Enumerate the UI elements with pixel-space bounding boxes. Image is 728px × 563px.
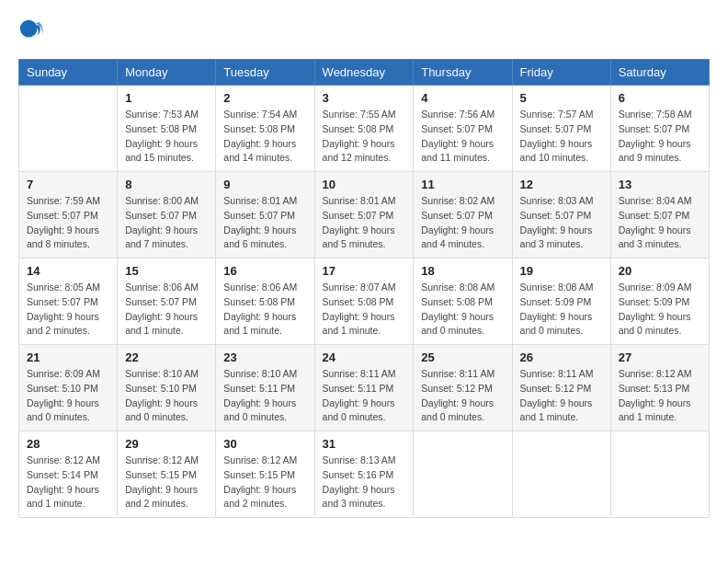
calendar-cell: 28Sunrise: 8:12 AMSunset: 5:14 PMDayligh…	[19, 431, 118, 518]
day-number: 13	[619, 178, 701, 191]
day-number: 7	[27, 178, 109, 191]
calendar-cell: 15Sunrise: 8:06 AMSunset: 5:07 PMDayligh…	[118, 259, 216, 345]
day-number: 4	[421, 91, 504, 105]
calendar-cell: 17Sunrise: 8:07 AMSunset: 5:08 PMDayligh…	[314, 259, 414, 345]
calendar-week-2: 7Sunrise: 7:59 AMSunset: 5:07 PMDaylight…	[19, 172, 710, 259]
day-info: Sunrise: 8:11 AMSunset: 5:12 PMDaylight:…	[421, 367, 504, 425]
column-header-monday: Monday	[118, 60, 216, 86]
calendar-cell: 14Sunrise: 8:05 AMSunset: 5:07 PMDayligh…	[19, 259, 118, 345]
calendar-cell: 3Sunrise: 7:55 AMSunset: 5:08 PMDaylight…	[314, 86, 414, 172]
day-number: 29	[125, 437, 208, 451]
calendar-cell: 20Sunrise: 8:09 AMSunset: 5:09 PMDayligh…	[610, 259, 709, 345]
day-info: Sunrise: 8:04 AMSunset: 5:07 PMDaylight:…	[619, 194, 701, 252]
calendar-cell: 24Sunrise: 8:11 AMSunset: 5:11 PMDayligh…	[314, 345, 414, 431]
calendar-cell: 31Sunrise: 8:13 AMSunset: 5:16 PMDayligh…	[314, 431, 414, 518]
day-info: Sunrise: 7:54 AMSunset: 5:08 PMDaylight:…	[223, 108, 306, 166]
calendar-header-row: SundayMondayTuesdayWednesdayThursdayFrid…	[19, 60, 710, 86]
day-info: Sunrise: 8:05 AMSunset: 5:07 PMDaylight:…	[27, 281, 109, 339]
calendar-cell: 21Sunrise: 8:09 AMSunset: 5:10 PMDayligh…	[19, 345, 118, 431]
day-info: Sunrise: 8:03 AMSunset: 5:07 PMDaylight:…	[520, 194, 603, 252]
day-info: Sunrise: 8:11 AMSunset: 5:12 PMDaylight:…	[520, 367, 603, 425]
calendar-cell: 9Sunrise: 8:01 AMSunset: 5:07 PMDaylight…	[216, 172, 314, 259]
day-number: 3	[323, 91, 406, 105]
page-header	[18, 18, 710, 44]
day-number: 21	[27, 350, 109, 364]
calendar-cell: 4Sunrise: 7:56 AMSunset: 5:07 PMDaylight…	[414, 86, 512, 172]
logo	[18, 18, 48, 44]
column-header-friday: Friday	[512, 60, 610, 86]
day-info: Sunrise: 7:55 AMSunset: 5:08 PMDaylight:…	[323, 108, 406, 166]
day-info: Sunrise: 8:06 AMSunset: 5:08 PMDaylight:…	[223, 281, 306, 339]
day-number: 8	[125, 178, 208, 191]
day-info: Sunrise: 8:07 AMSunset: 5:08 PMDaylight:…	[323, 281, 406, 339]
day-info: Sunrise: 8:12 AMSunset: 5:15 PMDaylight:…	[125, 454, 208, 511]
calendar-cell: 11Sunrise: 8:02 AMSunset: 5:07 PMDayligh…	[414, 172, 512, 259]
calendar-cell: 6Sunrise: 7:58 AMSunset: 5:07 PMDaylight…	[610, 86, 709, 172]
day-info: Sunrise: 8:01 AMSunset: 5:07 PMDaylight:…	[323, 194, 406, 252]
day-info: Sunrise: 8:10 AMSunset: 5:10 PMDaylight:…	[125, 367, 208, 425]
day-number: 14	[27, 264, 109, 278]
day-number: 16	[223, 264, 306, 278]
logo-icon	[18, 18, 44, 44]
calendar-cell: 26Sunrise: 8:11 AMSunset: 5:12 PMDayligh…	[512, 345, 610, 431]
day-info: Sunrise: 8:06 AMSunset: 5:07 PMDaylight:…	[125, 281, 208, 339]
day-number: 30	[223, 437, 306, 451]
day-info: Sunrise: 8:12 AMSunset: 5:13 PMDaylight:…	[619, 367, 701, 425]
day-number: 11	[421, 178, 504, 191]
day-info: Sunrise: 7:59 AMSunset: 5:07 PMDaylight:…	[27, 194, 109, 252]
column-header-tuesday: Tuesday	[216, 60, 314, 86]
day-number: 27	[619, 350, 701, 364]
calendar-cell: 8Sunrise: 8:00 AMSunset: 5:07 PMDaylight…	[118, 172, 216, 259]
day-number: 22	[125, 350, 208, 364]
day-number: 24	[323, 350, 406, 364]
day-number: 18	[421, 264, 504, 278]
day-info: Sunrise: 8:02 AMSunset: 5:07 PMDaylight:…	[421, 194, 504, 252]
calendar-cell: 7Sunrise: 7:59 AMSunset: 5:07 PMDaylight…	[19, 172, 118, 259]
svg-point-0	[20, 20, 38, 38]
day-info: Sunrise: 8:09 AMSunset: 5:09 PMDaylight:…	[619, 281, 701, 339]
calendar-cell: 30Sunrise: 8:12 AMSunset: 5:15 PMDayligh…	[216, 431, 314, 518]
day-number: 15	[125, 264, 208, 278]
day-info: Sunrise: 8:00 AMSunset: 5:07 PMDaylight:…	[125, 194, 208, 252]
day-number: 20	[619, 264, 701, 278]
calendar-week-3: 14Sunrise: 8:05 AMSunset: 5:07 PMDayligh…	[19, 259, 710, 345]
day-info: Sunrise: 8:12 AMSunset: 5:15 PMDaylight:…	[223, 454, 306, 511]
calendar-cell: 1Sunrise: 7:53 AMSunset: 5:08 PMDaylight…	[118, 86, 216, 172]
day-info: Sunrise: 8:09 AMSunset: 5:10 PMDaylight:…	[27, 367, 109, 425]
calendar-cell: 2Sunrise: 7:54 AMSunset: 5:08 PMDaylight…	[216, 86, 314, 172]
day-number: 1	[125, 91, 208, 105]
calendar-cell: 13Sunrise: 8:04 AMSunset: 5:07 PMDayligh…	[610, 172, 709, 259]
day-number: 9	[223, 178, 306, 191]
day-info: Sunrise: 8:08 AMSunset: 5:09 PMDaylight:…	[520, 281, 603, 339]
day-number: 23	[223, 350, 306, 364]
column-header-thursday: Thursday	[414, 60, 512, 86]
calendar-cell: 12Sunrise: 8:03 AMSunset: 5:07 PMDayligh…	[512, 172, 610, 259]
calendar-cell: 25Sunrise: 8:11 AMSunset: 5:12 PMDayligh…	[414, 345, 512, 431]
day-info: Sunrise: 8:13 AMSunset: 5:16 PMDaylight:…	[323, 454, 406, 511]
calendar-cell	[512, 431, 610, 518]
calendar-table: SundayMondayTuesdayWednesdayThursdayFrid…	[18, 59, 710, 518]
day-info: Sunrise: 7:53 AMSunset: 5:08 PMDaylight:…	[125, 108, 208, 166]
day-info: Sunrise: 7:57 AMSunset: 5:07 PMDaylight:…	[520, 108, 603, 166]
day-number: 6	[619, 91, 701, 105]
calendar-cell: 16Sunrise: 8:06 AMSunset: 5:08 PMDayligh…	[216, 259, 314, 345]
day-number: 26	[520, 350, 603, 364]
calendar-cell: 5Sunrise: 7:57 AMSunset: 5:07 PMDaylight…	[512, 86, 610, 172]
day-number: 2	[223, 91, 306, 105]
day-info: Sunrise: 8:01 AMSunset: 5:07 PMDaylight:…	[223, 194, 306, 252]
day-number: 25	[421, 350, 504, 364]
calendar-cell: 10Sunrise: 8:01 AMSunset: 5:07 PMDayligh…	[314, 172, 414, 259]
calendar-cell	[19, 86, 118, 172]
day-info: Sunrise: 7:56 AMSunset: 5:07 PMDaylight:…	[421, 108, 504, 166]
day-number: 28	[27, 437, 109, 451]
calendar-cell: 19Sunrise: 8:08 AMSunset: 5:09 PMDayligh…	[512, 259, 610, 345]
day-number: 19	[520, 264, 603, 278]
day-number: 10	[323, 178, 406, 191]
calendar-cell: 27Sunrise: 8:12 AMSunset: 5:13 PMDayligh…	[610, 345, 709, 431]
day-info: Sunrise: 8:08 AMSunset: 5:08 PMDaylight:…	[421, 281, 504, 339]
day-number: 17	[323, 264, 406, 278]
calendar-cell: 29Sunrise: 8:12 AMSunset: 5:15 PMDayligh…	[118, 431, 216, 518]
day-info: Sunrise: 8:11 AMSunset: 5:11 PMDaylight:…	[323, 367, 406, 425]
calendar-cell: 22Sunrise: 8:10 AMSunset: 5:10 PMDayligh…	[118, 345, 216, 431]
calendar-week-4: 21Sunrise: 8:09 AMSunset: 5:10 PMDayligh…	[19, 345, 710, 431]
